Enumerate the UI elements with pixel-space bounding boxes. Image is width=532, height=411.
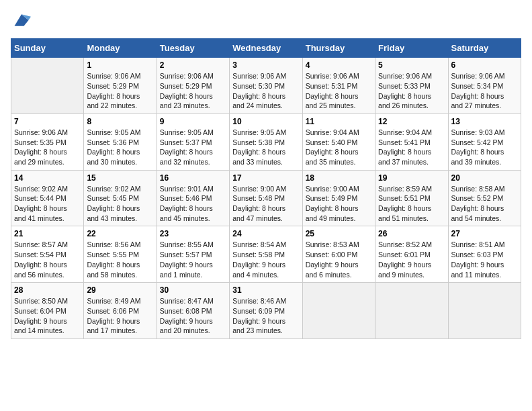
day-number: 14 <box>14 173 81 183</box>
day-info: Sunrise: 8:47 AM Sunset: 6:08 PM Dayligh… <box>160 296 226 336</box>
calendar-cell: 4Sunrise: 9:06 AM Sunset: 5:31 PM Daylig… <box>302 58 375 114</box>
calendar-cell: 13Sunrise: 9:03 AM Sunset: 5:42 PM Dayli… <box>448 113 521 170</box>
day-number: 27 <box>451 229 518 238</box>
calendar-cell <box>302 283 375 339</box>
day-number: 3 <box>232 60 299 70</box>
calendar-cell: 10Sunrise: 9:05 AM Sunset: 5:38 PM Dayli… <box>230 113 302 170</box>
day-number: 17 <box>232 173 299 183</box>
day-info: Sunrise: 8:54 AM Sunset: 5:58 PM Dayligh… <box>232 240 299 279</box>
day-number: 24 <box>232 229 299 238</box>
day-info: Sunrise: 8:49 AM Sunset: 6:06 PM Dayligh… <box>87 296 153 336</box>
calendar-cell: 5Sunrise: 9:06 AM Sunset: 5:33 PM Daylig… <box>375 58 448 114</box>
day-number: 8 <box>87 117 153 126</box>
day-info: Sunrise: 9:06 AM Sunset: 5:29 PM Dayligh… <box>87 71 153 111</box>
calendar-cell: 18Sunrise: 9:00 AM Sunset: 5:49 PM Dayli… <box>302 170 375 226</box>
day-info: Sunrise: 9:05 AM Sunset: 5:36 PM Dayligh… <box>87 128 153 167</box>
day-number: 20 <box>451 173 518 183</box>
day-info: Sunrise: 8:56 AM Sunset: 5:55 PM Dayligh… <box>87 240 153 279</box>
day-number: 22 <box>87 229 153 238</box>
day-info: Sunrise: 8:50 AM Sunset: 6:04 PM Dayligh… <box>14 296 81 336</box>
day-info: Sunrise: 9:06 AM Sunset: 5:29 PM Dayligh… <box>160 71 226 111</box>
calendar-cell: 28Sunrise: 8:50 AM Sunset: 6:04 PM Dayli… <box>11 283 84 339</box>
day-number: 15 <box>87 173 153 183</box>
calendar-cell: 20Sunrise: 8:58 AM Sunset: 5:52 PM Dayli… <box>448 170 521 226</box>
logo-icon <box>12 11 31 30</box>
day-info: Sunrise: 8:46 AM Sunset: 6:09 PM Dayligh… <box>232 296 299 336</box>
calendar-cell: 22Sunrise: 8:56 AM Sunset: 5:55 PM Dayli… <box>84 226 157 283</box>
day-number: 19 <box>378 173 445 183</box>
day-info: Sunrise: 9:04 AM Sunset: 5:41 PM Dayligh… <box>378 128 445 167</box>
calendar-cell: 12Sunrise: 9:04 AM Sunset: 5:41 PM Dayli… <box>375 113 448 170</box>
day-info: Sunrise: 8:52 AM Sunset: 6:01 PM Dayligh… <box>378 240 445 279</box>
day-number: 9 <box>160 117 226 126</box>
day-info: Sunrise: 9:04 AM Sunset: 5:40 PM Dayligh… <box>306 128 372 167</box>
weekday-header: Monday <box>84 39 157 58</box>
logo <box>11 11 31 33</box>
calendar-week-row: 14Sunrise: 9:02 AM Sunset: 5:44 PM Dayli… <box>11 170 521 226</box>
day-number: 25 <box>306 229 372 238</box>
calendar-cell <box>448 283 521 339</box>
day-number: 1 <box>87 60 153 70</box>
logo-text <box>11 11 31 33</box>
day-number: 16 <box>160 173 226 183</box>
calendar-cell: 31Sunrise: 8:46 AM Sunset: 6:09 PM Dayli… <box>230 283 302 339</box>
day-info: Sunrise: 8:51 AM Sunset: 6:03 PM Dayligh… <box>451 240 518 279</box>
calendar-cell: 6Sunrise: 9:06 AM Sunset: 5:34 PM Daylig… <box>448 58 521 114</box>
weekday-header: Thursday <box>302 39 375 58</box>
weekday-header: Wednesday <box>230 39 302 58</box>
calendar-cell: 16Sunrise: 9:01 AM Sunset: 5:46 PM Dayli… <box>157 170 229 226</box>
day-info: Sunrise: 9:06 AM Sunset: 5:35 PM Dayligh… <box>14 128 81 167</box>
calendar-cell: 25Sunrise: 8:53 AM Sunset: 6:00 PM Dayli… <box>302 226 375 283</box>
calendar-cell: 17Sunrise: 9:00 AM Sunset: 5:48 PM Dayli… <box>230 170 302 226</box>
calendar-cell: 23Sunrise: 8:55 AM Sunset: 5:57 PM Dayli… <box>157 226 229 283</box>
day-info: Sunrise: 8:59 AM Sunset: 5:51 PM Dayligh… <box>378 184 445 224</box>
weekday-header-row: SundayMondayTuesdayWednesdayThursdayFrid… <box>11 39 521 58</box>
day-info: Sunrise: 9:05 AM Sunset: 5:38 PM Dayligh… <box>232 128 299 167</box>
day-info: Sunrise: 8:55 AM Sunset: 5:57 PM Dayligh… <box>160 240 226 279</box>
day-info: Sunrise: 8:57 AM Sunset: 5:54 PM Dayligh… <box>14 240 81 279</box>
calendar-cell: 30Sunrise: 8:47 AM Sunset: 6:08 PM Dayli… <box>157 283 229 339</box>
calendar-cell: 9Sunrise: 9:05 AM Sunset: 5:37 PM Daylig… <box>157 113 229 170</box>
weekday-header: Saturday <box>448 39 521 58</box>
calendar-cell: 21Sunrise: 8:57 AM Sunset: 5:54 PM Dayli… <box>11 226 84 283</box>
weekday-header: Friday <box>375 39 448 58</box>
day-info: Sunrise: 9:00 AM Sunset: 5:48 PM Dayligh… <box>232 184 299 224</box>
calendar-week-row: 28Sunrise: 8:50 AM Sunset: 6:04 PM Dayli… <box>11 283 521 339</box>
calendar-cell: 7Sunrise: 9:06 AM Sunset: 5:35 PM Daylig… <box>11 113 84 170</box>
day-number: 30 <box>160 285 226 295</box>
calendar-cell: 24Sunrise: 8:54 AM Sunset: 5:58 PM Dayli… <box>230 226 302 283</box>
calendar-cell: 15Sunrise: 9:02 AM Sunset: 5:45 PM Dayli… <box>84 170 157 226</box>
day-number: 10 <box>232 117 299 126</box>
calendar-cell: 3Sunrise: 9:06 AM Sunset: 5:30 PM Daylig… <box>230 58 302 114</box>
day-number: 18 <box>306 173 372 183</box>
page-header <box>11 11 521 33</box>
day-info: Sunrise: 9:02 AM Sunset: 5:44 PM Dayligh… <box>14 184 81 224</box>
day-info: Sunrise: 8:53 AM Sunset: 6:00 PM Dayligh… <box>306 240 372 279</box>
calendar-table: SundayMondayTuesdayWednesdayThursdayFrid… <box>11 38 521 339</box>
day-number: 23 <box>160 229 226 238</box>
calendar-cell: 11Sunrise: 9:04 AM Sunset: 5:40 PM Dayli… <box>302 113 375 170</box>
calendar-week-row: 7Sunrise: 9:06 AM Sunset: 5:35 PM Daylig… <box>11 113 521 170</box>
day-number: 11 <box>306 117 372 126</box>
calendar-cell: 26Sunrise: 8:52 AM Sunset: 6:01 PM Dayli… <box>375 226 448 283</box>
day-number: 31 <box>232 285 299 295</box>
day-number: 2 <box>160 60 226 70</box>
day-number: 29 <box>87 285 153 295</box>
day-info: Sunrise: 9:03 AM Sunset: 5:42 PM Dayligh… <box>451 128 518 167</box>
day-info: Sunrise: 9:06 AM Sunset: 5:34 PM Dayligh… <box>451 71 518 111</box>
calendar-cell: 1Sunrise: 9:06 AM Sunset: 5:29 PM Daylig… <box>84 58 157 114</box>
calendar-cell: 8Sunrise: 9:05 AM Sunset: 5:36 PM Daylig… <box>84 113 157 170</box>
day-number: 6 <box>451 60 518 70</box>
day-number: 5 <box>378 60 445 70</box>
day-info: Sunrise: 9:01 AM Sunset: 5:46 PM Dayligh… <box>160 184 226 224</box>
day-info: Sunrise: 9:06 AM Sunset: 5:33 PM Dayligh… <box>378 71 445 111</box>
day-number: 28 <box>14 285 81 295</box>
calendar-cell: 2Sunrise: 9:06 AM Sunset: 5:29 PM Daylig… <box>157 58 229 114</box>
day-info: Sunrise: 9:06 AM Sunset: 5:31 PM Dayligh… <box>306 71 372 111</box>
weekday-header: Sunday <box>11 39 84 58</box>
calendar-cell: 19Sunrise: 8:59 AM Sunset: 5:51 PM Dayli… <box>375 170 448 226</box>
day-number: 7 <box>14 117 81 126</box>
calendar-cell: 27Sunrise: 8:51 AM Sunset: 6:03 PM Dayli… <box>448 226 521 283</box>
day-number: 26 <box>378 229 445 238</box>
weekday-header: Tuesday <box>157 39 229 58</box>
